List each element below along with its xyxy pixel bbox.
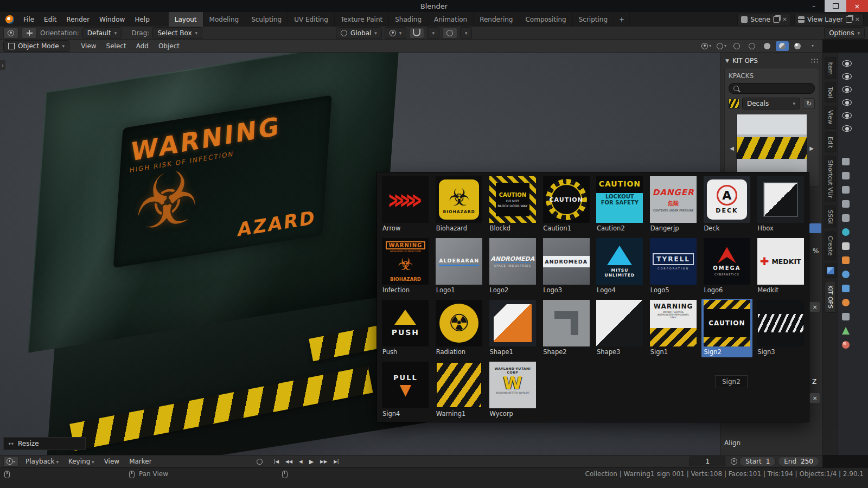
workspace-tab-rendering[interactable]: Rendering: [474, 12, 519, 27]
eye-visibility-icon[interactable]: [842, 73, 852, 80]
move-tool-button[interactable]: [22, 28, 37, 38]
show-gizmo-dropdown[interactable]: ▾: [700, 41, 713, 51]
tab-view[interactable]: View: [825, 106, 836, 129]
decal-item-biohazard[interactable]: BIOHAZARDBiohazard: [433, 175, 485, 234]
play-reverse-button[interactable]: ◀: [296, 457, 305, 466]
eye-visibility-icon[interactable]: [842, 86, 852, 93]
decal-item-medkit[interactable]: MEDKITMedkit: [755, 237, 806, 296]
previous-decal-arrow[interactable]: ◀: [729, 145, 735, 151]
object-icon[interactable]: [842, 256, 850, 264]
decal-thumb-hbox[interactable]: [757, 176, 804, 223]
decal-thumb-infection[interactable]: WARNINGHIGH RISK OF INFECTIONBIOHAZARD: [382, 238, 429, 285]
decal-item-logo3[interactable]: ANDROMEDALogo3: [540, 237, 592, 296]
shading-material-button[interactable]: [776, 41, 789, 51]
toolbar-expand-arrow[interactable]: ›: [0, 60, 5, 70]
scene-icon[interactable]: [842, 214, 850, 222]
material-icon[interactable]: [842, 341, 850, 349]
new-scene-icon[interactable]: [773, 16, 780, 23]
delete-view-layer-icon[interactable]: ×: [855, 16, 860, 23]
decal-item-wycorp[interactable]: WAYLAND-YUTANI CORPWBUILDING BETTER WORL…: [487, 361, 539, 419]
snap-toggle[interactable]: [409, 28, 424, 38]
kitops-panel-header[interactable]: ▼ KIT OPS: [721, 53, 822, 67]
modifiers-icon[interactable]: [842, 271, 850, 278]
decal-item-sign2[interactable]: CAUTIONSign2: [701, 299, 753, 357]
show-overlays-dropdown[interactable]: ▾: [715, 41, 728, 51]
world-icon[interactable]: [842, 228, 850, 236]
jump-to-start-button[interactable]: |◀: [271, 457, 282, 466]
menu-render[interactable]: Render: [61, 14, 94, 25]
panel-grip-icon[interactable]: [810, 58, 818, 63]
decal-thumb-biohazard[interactable]: BIOHAZARD: [436, 176, 482, 223]
decal-item-dangerjp[interactable]: DANGER危険CONTENTS UNDER PRESSUREDangerjp: [648, 175, 699, 234]
decal-thumb-medkit[interactable]: MEDKIT: [757, 238, 804, 285]
decal-thumb-logo2[interactable]: ANDROMEDASPACE INDUSTRIES: [489, 238, 536, 285]
decal-thumb-sign3[interactable]: [757, 300, 804, 346]
auto-keying-toggle[interactable]: [257, 459, 263, 465]
decal-thumb-caution2[interactable]: CAUTIONLOCKOUTFOR SAFETY: [596, 176, 643, 223]
decal-thumb-radiation[interactable]: [436, 300, 482, 346]
decal-thumb-shape1[interactable]: [489, 300, 536, 346]
eye-visibility-icon[interactable]: [842, 112, 852, 119]
menu-help[interactable]: Help: [130, 14, 154, 25]
decal-item-sign3[interactable]: Sign3: [755, 299, 806, 357]
search-input[interactable]: [742, 84, 810, 93]
play-button[interactable]: ▶: [307, 457, 316, 467]
object-data-icon[interactable]: [842, 327, 850, 335]
viewport-menu-select[interactable]: Select: [101, 40, 131, 52]
pivot-point-dropdown[interactable]: [385, 27, 407, 39]
output-icon[interactable]: [842, 186, 850, 194]
workspace-tab-texture-paint[interactable]: Texture Paint: [335, 12, 389, 27]
timeline-menu-playback[interactable]: Playback: [21, 455, 63, 467]
kpack-search-box[interactable]: [729, 83, 815, 94]
workspace-tab-shading[interactable]: Shading: [389, 12, 428, 27]
decal-thumb-caution1[interactable]: CAUTION: [543, 176, 590, 223]
tab-mesh-icon[interactable]: [825, 264, 837, 278]
decal-item-logo4[interactable]: MITSU UNLIMITEDLogo4: [594, 237, 646, 296]
view-layer-selector[interactable]: View Layer ×: [794, 13, 864, 26]
decal-item-push[interactable]: PUSHPush: [380, 299, 431, 357]
next-decal-arrow[interactable]: ▶: [808, 145, 815, 151]
decal-thumb-dangerjp[interactable]: DANGER危険CONTENTS UNDER PRESSURE: [650, 176, 697, 223]
viewport-menu-add[interactable]: Add: [131, 40, 154, 52]
collection-icon[interactable]: [842, 242, 850, 250]
tab-kit-ops[interactable]: KIT OPS: [825, 281, 836, 313]
decal-item-infection[interactable]: WARNINGHIGH RISK OF INFECTIONBIOHAZARDIn…: [380, 237, 431, 296]
decal-item-logo5[interactable]: TYRELLCORPORATIONLogo5: [648, 237, 699, 296]
active-tool-button[interactable]: [3, 28, 18, 38]
decal-item-logo1[interactable]: ALDEBARANLogo1: [433, 237, 485, 296]
decal-thumb-wycorp[interactable]: WAYLAND-YUTANI CORPWBUILDING BETTER WORL…: [489, 362, 536, 408]
frame-start-field[interactable]: Start 1: [739, 457, 776, 466]
decal-thumb-sign4[interactable]: PULL: [382, 362, 429, 408]
transform-orientation-dropdown[interactable]: Global: [336, 27, 382, 39]
add-workspace-button[interactable]: +: [614, 12, 630, 27]
refresh-button[interactable]: ↻: [803, 98, 815, 109]
shading-solid-button[interactable]: [761, 41, 774, 51]
decal-thumb-shape2[interactable]: [543, 300, 590, 346]
decal-item-caution2[interactable]: CAUTIONLOCKOUTFOR SAFETYCaution2: [594, 175, 646, 234]
tab-create[interactable]: Create: [825, 232, 836, 260]
decal-thumb-logo3[interactable]: ANDROMEDA: [543, 238, 590, 285]
workspace-tab-sculpting[interactable]: Sculpting: [245, 12, 288, 27]
mode-dropdown[interactable]: Object Mode: [3, 40, 69, 52]
new-view-layer-icon[interactable]: [846, 16, 852, 23]
viewport-menu-object[interactable]: Object: [154, 40, 184, 52]
workspace-tab-layout[interactable]: Layout: [169, 12, 203, 27]
decal-item-caution1[interactable]: CAUTIONCaution1: [540, 175, 592, 234]
tool-icon[interactable]: [842, 158, 850, 165]
decal-thumb-blockd[interactable]: CAUTIONDO NOTBLOCK DOOR WAY: [489, 176, 536, 223]
tab-item[interactable]: Item: [825, 57, 836, 79]
minimize-button[interactable]: –: [803, 0, 825, 12]
decal-item-deck[interactable]: ADECKDeck: [701, 175, 753, 234]
decal-thumb-shape3[interactable]: [596, 300, 643, 346]
viewport-menu-view[interactable]: View: [76, 40, 101, 52]
decal-item-logo6[interactable]: OMEGACYBERNETICSLogo6: [701, 237, 753, 296]
proportional-falloff-dropdown[interactable]: [460, 27, 473, 39]
decal-item-warning1[interactable]: Warning1: [433, 361, 485, 419]
scene-selector[interactable]: Scene ×: [737, 13, 791, 26]
decal-thumb-push[interactable]: PUSH: [382, 300, 429, 346]
view-layer-icon[interactable]: [842, 200, 850, 208]
current-frame-field[interactable]: 1: [690, 457, 725, 466]
workspace-tab-compositing[interactable]: Compositing: [519, 12, 572, 27]
decal-item-hbox[interactable]: Hbox: [755, 175, 806, 234]
tab-ssgi[interactable]: SSGI: [825, 206, 836, 228]
